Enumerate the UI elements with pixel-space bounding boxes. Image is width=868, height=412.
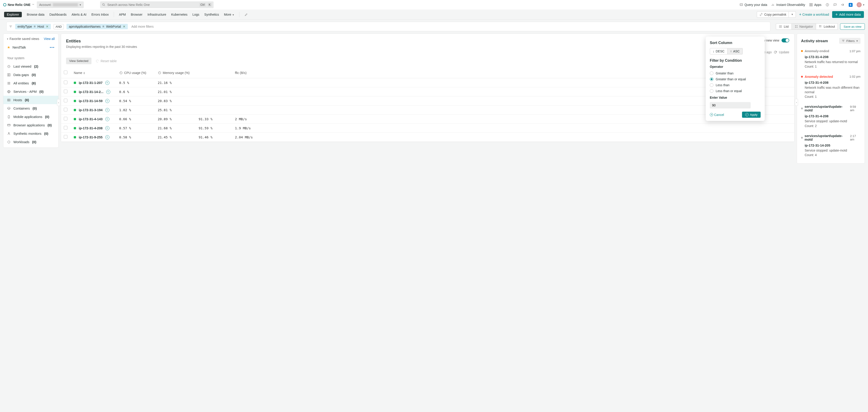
instant-observability[interactable]: Instant Observability xyxy=(771,3,805,7)
col-disk-header[interactable] xyxy=(196,68,232,78)
preview-icon[interactable] xyxy=(105,99,110,103)
sidebar-item-hosts[interactable]: Hosts (8) xyxy=(3,96,58,104)
copy-permalink-menu[interactable]: ▼ xyxy=(789,11,796,18)
nav-alerts[interactable]: Alerts & AI xyxy=(71,13,86,16)
edit-icon[interactable] xyxy=(245,13,248,16)
nav-infrastructure[interactable]: Infrastructure xyxy=(148,13,166,16)
activity-event[interactable]: Anomaly ended1:07 pmip-172-31-4-208Netwo… xyxy=(797,47,865,73)
view-mode-lookout[interactable]: Lookout xyxy=(816,23,838,30)
col-cpu-header[interactable]: CPU usage (%) xyxy=(117,68,155,78)
chip-remove-icon[interactable]: ✕ xyxy=(46,25,49,28)
nav-errors-inbox[interactable]: Errors Inbox xyxy=(91,13,109,16)
view-mode-navigator[interactable]: Navigator xyxy=(792,23,816,30)
sort-asc-button[interactable]: ↑ASC xyxy=(727,48,743,55)
table-row[interactable]: ip-172-31-1-2070.5 %21.16 % xyxy=(61,78,794,87)
row-checkbox[interactable] xyxy=(64,135,67,138)
row-checkbox[interactable] xyxy=(64,81,67,84)
chip-remove-icon[interactable]: ✕ xyxy=(123,25,126,28)
sidebar-item-services-apm[interactable]: Services - APM (0) xyxy=(3,87,58,96)
filter-chip-entitytype[interactable]: entityType = Host ✕ xyxy=(15,24,51,29)
sidebar-item-all-entities[interactable]: All entities (8) xyxy=(3,79,58,87)
operator-option[interactable]: Less than xyxy=(710,82,761,88)
operator-option[interactable]: Less than or equal xyxy=(710,88,761,94)
chat-icon[interactable] xyxy=(833,3,837,7)
notifications-badge[interactable]: 6 xyxy=(849,3,852,7)
preview-icon[interactable] xyxy=(106,90,110,94)
global-search[interactable]: Ctrl K xyxy=(100,1,214,8)
show-new-view-toggle[interactable] xyxy=(781,38,789,42)
select-all-checkbox[interactable] xyxy=(64,70,67,74)
table-row[interactable]: ip-172-31-14-590.54 %20.83 % xyxy=(61,96,794,105)
table-row[interactable]: ip-172-31-4-1430.66 %20.89 %91.33 %2 MB/… xyxy=(61,115,794,124)
row-checkbox[interactable] xyxy=(64,99,67,102)
view-all-link[interactable]: View all xyxy=(44,37,55,41)
copy-permalink-button[interactable]: Copy permalink xyxy=(757,11,789,18)
table-row[interactable]: ip-172-31-14-2...0.6 %21.01 % xyxy=(61,87,794,96)
row-checkbox[interactable] xyxy=(64,117,67,121)
row-checkbox[interactable] xyxy=(64,126,67,130)
filter-chip-apmapp[interactable]: apmApplicationNames = WebPortal ✕ xyxy=(66,24,128,29)
table-row[interactable]: ip-172-31-3-1941.02 %25.81 % xyxy=(61,105,794,115)
reset-table[interactable]: Reset table xyxy=(96,59,117,63)
preview-icon[interactable] xyxy=(105,126,110,130)
operator-option[interactable]: Greater than or equal xyxy=(710,76,761,82)
save-as-view-button[interactable]: Save as view xyxy=(840,23,865,30)
table-row[interactable]: ip-172-31-9-2550.58 %21.45 %91.46 %2.04 … xyxy=(61,133,794,142)
refresh-icon[interactable] xyxy=(774,51,777,54)
user-menu[interactable]: ▼ xyxy=(857,2,865,7)
search-input[interactable] xyxy=(107,3,197,7)
nav-more[interactable]: More ▼ xyxy=(224,13,235,16)
preview-icon[interactable] xyxy=(105,135,110,139)
sidebar-item-synthetic-monitors[interactable]: Synthetic monitors (0) xyxy=(3,129,58,138)
activity-event[interactable]: services/upstart/update-motd9:59 amip-17… xyxy=(797,102,865,132)
nav-synthetics[interactable]: Synthetics xyxy=(204,13,219,16)
nav-explorer[interactable]: Explorer xyxy=(4,12,22,17)
apps-link[interactable]: Apps xyxy=(809,3,822,7)
view-mode-list[interactable]: List xyxy=(776,23,792,30)
entity-name[interactable]: ip-172-31-14-2... xyxy=(74,90,114,94)
activity-event[interactable]: services/upstart/update-motd2:17 amip-17… xyxy=(797,132,865,161)
col-name-header[interactable]: Name▴▾ xyxy=(71,68,117,78)
add-more-filters[interactable]: Add more filters xyxy=(131,25,154,28)
collapse-activity-handle[interactable]: › xyxy=(795,99,798,106)
sidebar-item-last-viewed[interactable]: Last viewed (2) xyxy=(3,62,58,70)
nav-logs[interactable]: Logs xyxy=(192,13,199,16)
apply-button[interactable]: ✓ Apply xyxy=(742,112,761,118)
entity-name[interactable]: ip-172-31-4-143 xyxy=(74,117,114,121)
favorite-item[interactable]: ★ NerdTalk ••• xyxy=(3,43,58,52)
more-icon[interactable]: ••• xyxy=(50,45,55,49)
add-more-data-button[interactable]: + Add more data xyxy=(832,11,864,18)
sort-desc-button[interactable]: ↓DESC xyxy=(710,48,727,55)
activity-event[interactable]: Anomaly detected1:02 pmip-172-31-4-208Ne… xyxy=(797,73,865,103)
query-your-data[interactable]: Query your data xyxy=(740,3,767,7)
update-link[interactable]: Update xyxy=(779,51,789,54)
create-workload[interactable]: + Create a workload xyxy=(799,13,829,16)
preview-icon[interactable] xyxy=(105,117,110,121)
view-selected-button[interactable]: View Selected xyxy=(66,58,91,64)
entity-name[interactable]: ip-172-31-3-194 xyxy=(74,108,114,112)
filter-value-input[interactable] xyxy=(710,102,751,108)
sidebar-item-data-gaps[interactable]: Data gaps (0) xyxy=(3,70,58,79)
sidebar-item-mobile-applications[interactable]: Mobile applications (0) xyxy=(3,113,58,121)
chevron-down-icon[interactable]: ▾ xyxy=(7,38,8,40)
collapse-sidebar-handle[interactable]: ‹ xyxy=(57,99,60,106)
table-row[interactable]: ip-172-31-4-2080.57 %21.68 %91.59 %1.9 M… xyxy=(61,124,794,133)
announce-icon[interactable] xyxy=(841,3,845,7)
row-checkbox[interactable] xyxy=(64,108,67,112)
account-picker[interactable]: Account: ▼ xyxy=(37,1,84,8)
entity-name[interactable]: ip-172-31-9-255 xyxy=(74,135,114,139)
entity-name[interactable]: ip-172-31-1-207 xyxy=(74,81,114,85)
nav-apm[interactable]: APM xyxy=(119,13,126,16)
help-icon[interactable] xyxy=(826,3,829,7)
entity-name[interactable]: ip-172-31-4-208 xyxy=(74,126,114,130)
nav-kubernetes[interactable]: Kubernetes xyxy=(171,13,187,16)
sidebar-item-browser-applications[interactable]: Browser applications (0) xyxy=(3,121,58,129)
activity-filters-button[interactable]: Filters ▼ xyxy=(839,38,861,44)
preview-icon[interactable] xyxy=(105,81,110,85)
nav-browse-data[interactable]: Browse data xyxy=(27,13,44,16)
nav-dashboards[interactable]: Dashboards xyxy=(50,13,67,16)
preview-icon[interactable] xyxy=(105,108,110,112)
operator-option[interactable]: Greater than xyxy=(710,70,761,76)
col-mem-header[interactable]: Memory usage (%) xyxy=(155,68,196,78)
sidebar-item-workloads[interactable]: Workloads (0) xyxy=(3,138,58,146)
